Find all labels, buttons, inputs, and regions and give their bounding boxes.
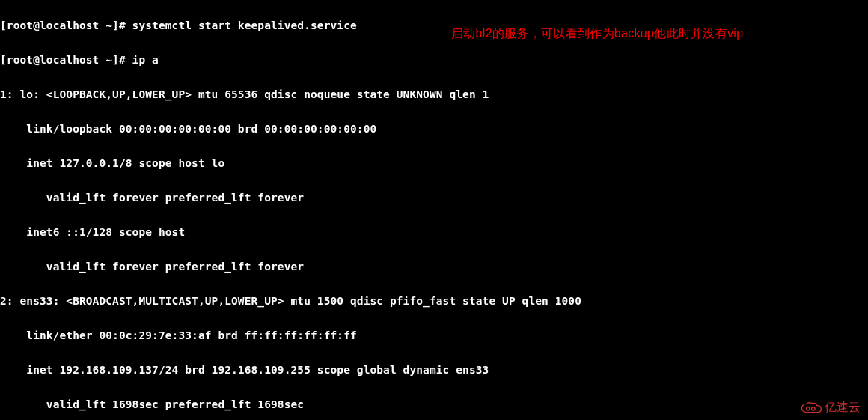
terminal-line: 1: lo: <LOOPBACK,UP,LOWER_UP> mtu 65536 … <box>0 86 868 103</box>
terminal-line: 2: ens33: <BROADCAST,MULTICAST,UP,LOWER_… <box>0 293 868 310</box>
terminal-output[interactable]: [root@localhost ~]# systemctl start keep… <box>0 0 868 420</box>
terminal-line: valid_lft forever preferred_lft forever <box>0 189 868 207</box>
terminal-line: inet 127.0.0.1/8 scope host lo <box>0 155 868 172</box>
svg-point-0 <box>807 407 810 410</box>
terminal-line: [root@localhost ~]# ip a <box>0 52 868 69</box>
terminal-line: valid_lft 1698sec preferred_lft 1698sec <box>0 396 868 413</box>
terminal-line: valid_lft forever preferred_lft forever <box>0 258 868 276</box>
cloud-icon <box>801 401 822 415</box>
terminal-line: inet6 ::1/128 scope host <box>0 224 868 241</box>
watermark-logo: 亿速云 <box>801 400 861 416</box>
annotation-text: 启动bl2的服务，可以看到作为backup他此时并没有vip <box>451 26 743 42</box>
terminal-line: link/ether 00:0c:29:7e:33:af brd ff:ff:f… <box>0 327 868 344</box>
terminal-line: inet 192.168.109.137/24 brd 192.168.109.… <box>0 362 868 379</box>
terminal-line: link/loopback 00:00:00:00:00:00 brd 00:0… <box>0 121 868 138</box>
watermark-text: 亿速云 <box>825 400 861 416</box>
svg-point-1 <box>812 407 815 410</box>
